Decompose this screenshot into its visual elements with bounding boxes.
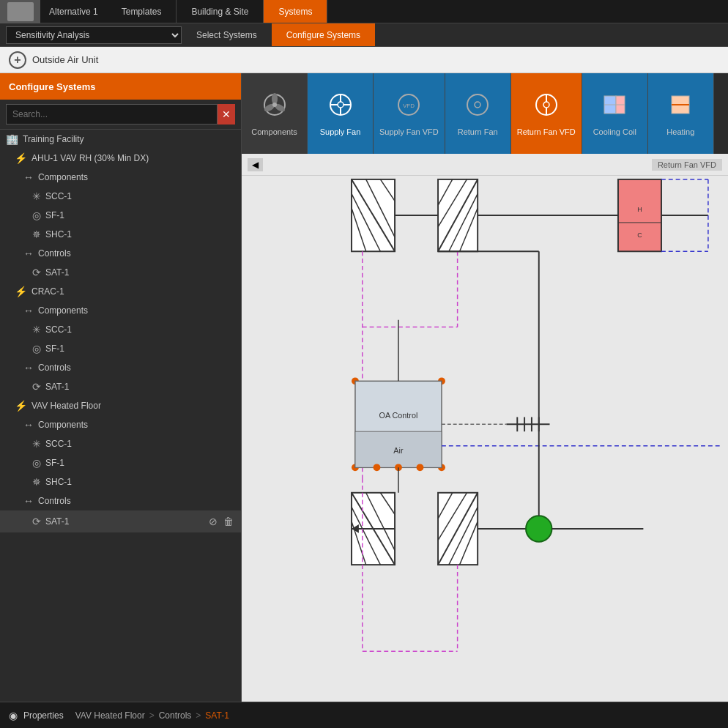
- nav-building[interactable]: Building & Site: [177, 0, 264, 23]
- fan-icon-2: ◎: [32, 343, 41, 354]
- svg-text:C: C: [637, 231, 642, 239]
- comp-cooling-coil[interactable]: Cooling Coil: [582, 73, 648, 154]
- tree-item-components3[interactable]: ↔ Components: [0, 415, 241, 434]
- tree-item-sf1b[interactable]: ◎ SF-1: [0, 339, 241, 358]
- nav-configure-systems[interactable]: Configure Systems: [272, 23, 375, 46]
- system-icon-2: ⚡: [15, 286, 27, 297]
- supply-fan-icon: [327, 92, 354, 123]
- tree-item-scc1b[interactable]: ✳ SCC-1: [0, 320, 241, 339]
- oa-control-box: OA Control Air: [352, 377, 445, 471]
- svg-point-84: [526, 516, 551, 541]
- edit-btn[interactable]: ⊘: [207, 514, 219, 529]
- tree-item-controls1[interactable]: ↔ Controls: [0, 244, 241, 263]
- tree-item-scc1c[interactable]: ✳ SCC-1: [0, 434, 241, 453]
- scc-icon-3: ✳: [32, 438, 41, 450]
- delete-btn[interactable]: 🗑: [222, 514, 235, 529]
- sensitivity-dropdown[interactable]: Sensitivity Analysis Base Case Option 1: [6, 26, 182, 44]
- properties-section[interactable]: ◉ Properties: [9, 710, 64, 721]
- svg-text:VFD: VFD: [403, 103, 415, 109]
- svg-rect-24: [247, 176, 722, 702]
- tree-item-components1[interactable]: ↔ Components: [0, 168, 241, 187]
- svg-point-6: [338, 102, 343, 108]
- svg-text:OA Control: OA Control: [379, 411, 418, 420]
- breadcrumb: VAV Heated Floor > Controls > SAT-1: [75, 710, 229, 721]
- tree-item-shc1c[interactable]: ✵ SHC-1: [0, 472, 241, 491]
- system-icon: ⚡: [15, 152, 27, 164]
- nav-systems[interactable]: Systems: [264, 0, 327, 23]
- bottom-bar: ◉ Properties VAV Heated Floor > Controls…: [0, 702, 728, 728]
- scroll-area: ◀ Return Fan VFD: [242, 154, 728, 176]
- comp-supply-fan[interactable]: Supply Fan: [308, 73, 374, 154]
- configure-header: Configure Systems: [0, 73, 241, 100]
- tree-item-training[interactable]: 🏢 Training Facility: [0, 130, 241, 149]
- tree-container[interactable]: 🏢 Training Facility ⚡ AHU-1 VAV RH (30% …: [0, 130, 241, 702]
- sensor-icon-3: ⟳: [32, 516, 41, 527]
- tree-item-vav[interactable]: ⚡ VAV Heated Floor: [0, 396, 241, 415]
- svg-point-13: [467, 94, 488, 115]
- scroll-label: Return Fan VFD: [652, 159, 722, 171]
- comp-return-fan[interactable]: Return Fan: [445, 73, 511, 154]
- comp-components[interactable]: Components: [242, 73, 308, 154]
- components-icon-3: ↔: [23, 419, 34, 431]
- svg-text:H: H: [637, 206, 642, 213]
- tree-item-shc1a[interactable]: ✵ SHC-1: [0, 225, 241, 244]
- comp-supply-fan-vfd[interactable]: VFD Supply Fan VFD: [374, 73, 445, 154]
- scc-icon: ✳: [32, 190, 41, 202]
- return-fan-icon: [464, 92, 491, 123]
- tree-item-components2[interactable]: ↔ Components: [0, 301, 241, 320]
- controls-icon: ↔: [23, 248, 34, 259]
- scroll-left-btn[interactable]: ◀: [248, 158, 263, 171]
- comp-heating[interactable]: Heating: [648, 73, 714, 154]
- svg-point-59: [374, 464, 381, 471]
- search-input[interactable]: [6, 104, 218, 125]
- shc1-component: H C: [618, 179, 661, 251]
- tree-item-sat1c[interactable]: ⟳ SAT-1 ⊘ 🗑: [0, 510, 241, 532]
- properties-label: Properties: [23, 710, 64, 721]
- second-bar: Sensitivity Analysis Base Case Option 1 …: [0, 23, 728, 47]
- third-bar: + Outside Air Unit: [0, 47, 728, 73]
- tree-item-actions: ⊘ 🗑: [207, 514, 235, 529]
- tree-item-sf1a[interactable]: ◎ SF-1: [0, 206, 241, 225]
- top-nav: Templates Building & Site Systems: [107, 0, 728, 23]
- shc-icon: ✵: [32, 229, 41, 240]
- supply-fan-vfd-icon: VFD: [395, 92, 422, 123]
- tree-item-controls2[interactable]: ↔ Controls: [0, 358, 241, 377]
- components-icon-2: ↔: [23, 305, 34, 316]
- right-panel: Components Supply Fan: [242, 73, 728, 702]
- svg-point-14: [475, 102, 480, 108]
- svg-point-4: [272, 103, 277, 107]
- nav-templates[interactable]: Templates: [107, 0, 177, 23]
- comp-return-fan-vfd-label: Return Fan VFD: [517, 127, 576, 136]
- tree-item-controls3[interactable]: ↔ Controls: [0, 491, 241, 510]
- diagram-svg: SHC-1: [242, 176, 728, 702]
- breadcrumb-controls[interactable]: Controls: [159, 710, 192, 721]
- alt-label: Alternative 1: [40, 7, 107, 17]
- comp-return-fan-label: Return Fan: [458, 127, 498, 136]
- tree-item-sat1a[interactable]: ⟳ SAT-1: [0, 263, 241, 282]
- components-icon: ↔: [23, 171, 34, 183]
- left-panel: Configure Systems ✕ 🏢 Training Facility …: [0, 73, 242, 702]
- search-clear-btn[interactable]: ✕: [218, 104, 235, 125]
- add-outside-air-btn[interactable]: +: [9, 51, 26, 69]
- tree-item-crac1[interactable]: ⚡ CRAC-1: [0, 282, 241, 301]
- second-nav: Select Systems Configure Systems: [182, 23, 728, 46]
- comp-heating-label: Heating: [666, 127, 694, 136]
- logo-icon: [7, 2, 34, 21]
- tree-item-ahu1[interactable]: ⚡ AHU-1 VAV RH (30% Min DX): [0, 149, 241, 168]
- outside-air-label: Outside Air Unit: [32, 54, 98, 65]
- breadcrumb-sat1[interactable]: SAT-1: [205, 710, 229, 721]
- comp-return-fan-vfd[interactable]: Return Fan VFD: [511, 73, 582, 154]
- tree-item-scc1a[interactable]: ✳ SCC-1: [0, 187, 241, 206]
- fan-icon: ◎: [32, 209, 41, 221]
- building-icon: 🏢: [6, 133, 18, 145]
- return-fan-vfd-icon: [533, 92, 560, 123]
- tree-item-sat1b[interactable]: ⟳ SAT-1: [0, 377, 241, 396]
- svg-point-16: [543, 102, 549, 108]
- tree-item-sf1c[interactable]: ◎ SF-1: [0, 453, 241, 472]
- top-bar: Alternative 1 Templates Building & Site …: [0, 0, 728, 23]
- sensor-icon: ⟳: [32, 267, 41, 278]
- heating-icon: [667, 92, 694, 123]
- nav-select-systems[interactable]: Select Systems: [182, 23, 272, 46]
- breadcrumb-vav[interactable]: VAV Heated Floor: [75, 710, 145, 721]
- diagram-area[interactable]: SHC-1: [242, 176, 728, 702]
